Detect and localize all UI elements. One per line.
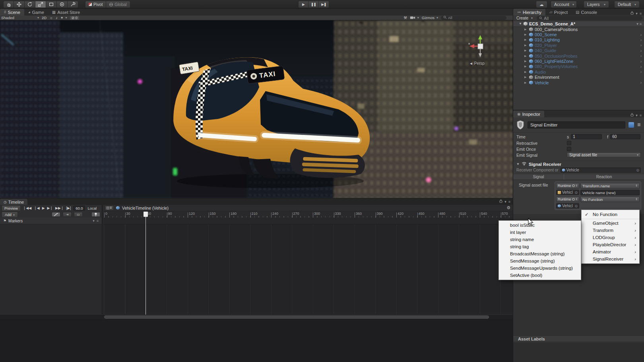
- prefab-chevron-icon[interactable]: ›: [640, 64, 642, 69]
- frame-field[interactable]: 60.0: [73, 206, 85, 210]
- shading-mode-dropdown[interactable]: Shaded▾: [1, 16, 39, 20]
- tab-inspector[interactable]: ◉Inspector: [513, 111, 544, 117]
- hierarchy-item[interactable]: ▶ 000_CameraPositions ›: [513, 27, 644, 32]
- scrollbar-thumb[interactable]: [104, 315, 489, 319]
- timeline-horizontal-scrollbar[interactable]: [0, 314, 513, 319]
- signal-receiver-header[interactable]: ▼ Signal Receiver: [513, 161, 644, 167]
- layers-dropdown[interactable]: Layers▾: [584, 1, 609, 8]
- pause-button[interactable]: ❚❚: [308, 1, 319, 8]
- 2d-toggle[interactable]: 2D: [42, 16, 47, 20]
- menu-item-function[interactable]: SetActive (bool): [499, 272, 581, 279]
- tab-asset-store[interactable]: ▦Asset Store: [48, 9, 84, 16]
- effects-dropdown[interactable]: ✦▾: [60, 16, 67, 20]
- expand-arrow-icon[interactable]: ▶: [524, 70, 528, 74]
- move-tool-button[interactable]: [14, 1, 25, 8]
- playable-director-selector[interactable]: ◫⇕: [105, 206, 114, 210]
- expand-arrow-icon[interactable]: ▶: [524, 65, 528, 68]
- menu-item-function[interactable]: int layer: [499, 229, 581, 236]
- tab-console[interactable]: ▤Console: [572, 9, 601, 16]
- lock-icon[interactable]: [499, 199, 502, 204]
- global-toggle-button[interactable]: Global: [106, 1, 130, 8]
- scene-lighting-toggle[interactable]: ☼: [49, 16, 53, 20]
- tab-timeline[interactable]: ◷Timeline: [0, 199, 27, 205]
- frames-field[interactable]: 60: [610, 134, 640, 139]
- chevron-down-icon[interactable]: ▾: [636, 22, 638, 26]
- expand-arrow-icon[interactable]: ▶: [524, 60, 528, 63]
- go-to-start-button[interactable]: ❘◀◀: [23, 206, 31, 210]
- panel-menu-icon[interactable]: ≡: [640, 113, 642, 117]
- hierarchy-search-input[interactable]: All: [537, 16, 642, 20]
- editor-tools-button[interactable]: [68, 1, 78, 8]
- prefab-chevron-icon[interactable]: ›: [640, 38, 642, 42]
- tab-hierarchy[interactable]: ≔Hierarchy: [513, 9, 545, 16]
- play-timeline-button[interactable]: ▶: [42, 206, 45, 210]
- menu-item-no-function[interactable]: ✓No Function: [582, 211, 639, 218]
- timeline-content[interactable]: [0, 224, 513, 314]
- emit-signal-dropdown[interactable]: Signal asset file▾: [567, 152, 641, 158]
- expand-arrow-icon[interactable]: ▶: [524, 49, 528, 52]
- account-dropdown[interactable]: Account▾: [551, 1, 577, 8]
- hierarchy-item[interactable]: ▶ Vehicle ›: [513, 80, 644, 85]
- foldout-arrow-icon[interactable]: ▼: [516, 162, 520, 166]
- pivot-toggle-button[interactable]: Pivot: [85, 1, 106, 8]
- expand-arrow-icon[interactable]: ▶: [524, 28, 528, 31]
- preview-toggle-button[interactable]: Preview: [2, 205, 21, 211]
- hand-tool-button[interactable]: [3, 1, 14, 8]
- edit-mode-toggle[interactable]: ▭: [74, 212, 83, 217]
- foldout-arrow-icon[interactable]: ▼: [519, 22, 522, 25]
- previous-frame-button[interactable]: ❘◀: [34, 206, 39, 210]
- scene-header-row[interactable]: ▼ ECS_Demo_Scene_A* ▾≡: [513, 21, 644, 27]
- object-picker-icon[interactable]: ⊙: [636, 168, 639, 172]
- presets-icon[interactable]: ≣: [637, 122, 641, 127]
- prefab-chevron-icon[interactable]: ›: [640, 80, 642, 85]
- tab-game[interactable]: ◕Game: [24, 9, 48, 16]
- hierarchy-item[interactable]: ▶ 080_PropertyVolumes ›: [513, 64, 644, 69]
- function-dropdown-none[interactable]: No Function⇕: [580, 197, 640, 202]
- function-dropdown-transform[interactable]: Transform.name⇕: [580, 183, 640, 189]
- custom-tool-button[interactable]: [57, 1, 68, 8]
- track-menu-icon[interactable]: ≡: [97, 219, 99, 223]
- menu-item-function[interactable]: string name: [499, 236, 581, 243]
- target-object-field[interactable]: Vehicl⊙: [556, 203, 579, 208]
- expand-arrow-icon[interactable]: ▶: [524, 38, 528, 41]
- layout-dropdown[interactable]: Default▾: [614, 1, 640, 8]
- menu-item-component[interactable]: PlayableDirector›: [582, 241, 639, 248]
- expand-arrow-icon[interactable]: ▶: [524, 44, 528, 47]
- menu-item-component[interactable]: Transform›: [582, 227, 639, 234]
- menu-item-component[interactable]: Animator›: [582, 248, 639, 255]
- target-object-field[interactable]: Vehicl⊙: [556, 190, 579, 195]
- ref-time-dropdown[interactable]: Local: [87, 206, 97, 210]
- prefab-chevron-icon[interactable]: ›: [640, 49, 642, 53]
- object-picker-icon[interactable]: ⊙: [574, 191, 578, 195]
- scene-visibility-toggle[interactable]: ⊘0: [70, 16, 79, 20]
- expand-arrow-icon[interactable]: ▶: [524, 81, 528, 84]
- runtime-mode-dropdown[interactable]: Runtime O⇕: [556, 197, 579, 202]
- prefab-chevron-icon[interactable]: ›: [640, 54, 642, 58]
- step-button[interactable]: ▶❚: [319, 1, 329, 8]
- asset-labels-bar[interactable]: Asset Labels: [513, 335, 644, 342]
- lock-icon[interactable]: [630, 11, 634, 16]
- scene-viewport[interactable]: TAXI TAXI x: [0, 20, 513, 198]
- play-range-button[interactable]: [▶]: [66, 206, 71, 210]
- hierarchy-item[interactable]: ▶ 000_Scene ›: [513, 32, 644, 37]
- track-markers-toggle[interactable]: ⇥: [63, 212, 72, 217]
- gizmos-dropdown[interactable]: Gizmos▾: [422, 16, 438, 20]
- hierarchy-item[interactable]: ▶ 010_Lighting ›: [513, 37, 644, 43]
- menu-item-function[interactable]: SendMessageUpwards (string): [499, 265, 581, 272]
- scale-tool-button[interactable]: [35, 1, 46, 8]
- panel-menu-icon[interactable]: ≡: [640, 12, 642, 16]
- scene-search-input[interactable]: All: [441, 16, 506, 20]
- tab-project[interactable]: ▱Project: [545, 9, 572, 16]
- seconds-field[interactable]: 1: [571, 134, 602, 139]
- hierarchy-item[interactable]: ▶ 060_LightFieldZone ›: [513, 58, 644, 64]
- chevron-down-icon[interactable]: ▾: [636, 113, 638, 117]
- next-frame-button[interactable]: ▶❘: [47, 206, 53, 210]
- prefab-chevron-icon[interactable]: ›: [640, 33, 642, 37]
- hierarchy-item[interactable]: ▶ 020_Player ›: [513, 43, 644, 48]
- emitter-name-field[interactable]: Signal Emitter: [528, 121, 625, 128]
- chevron-down-icon[interactable]: ▾: [93, 219, 95, 223]
- add-track-button[interactable]: Add▾: [2, 212, 18, 218]
- curves-view-toggle[interactable]: [52, 212, 60, 217]
- expand-arrow-icon[interactable]: ▶: [524, 33, 528, 36]
- lock-icon[interactable]: [630, 113, 634, 117]
